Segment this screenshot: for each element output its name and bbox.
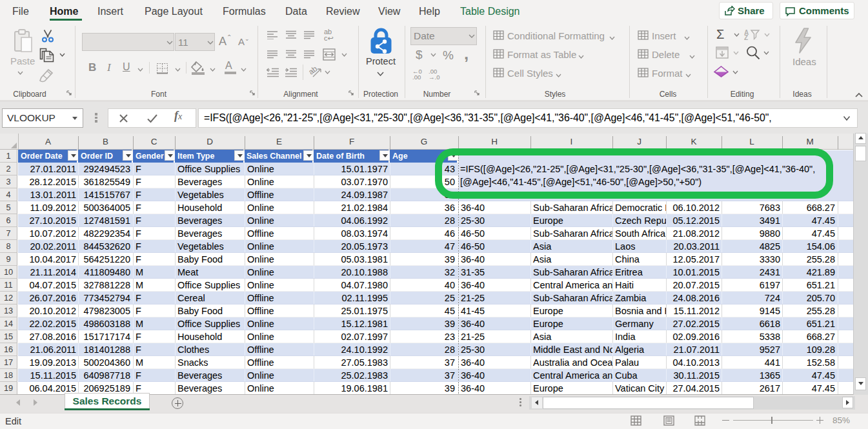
svg-text:Z: Z	[744, 34, 748, 40]
